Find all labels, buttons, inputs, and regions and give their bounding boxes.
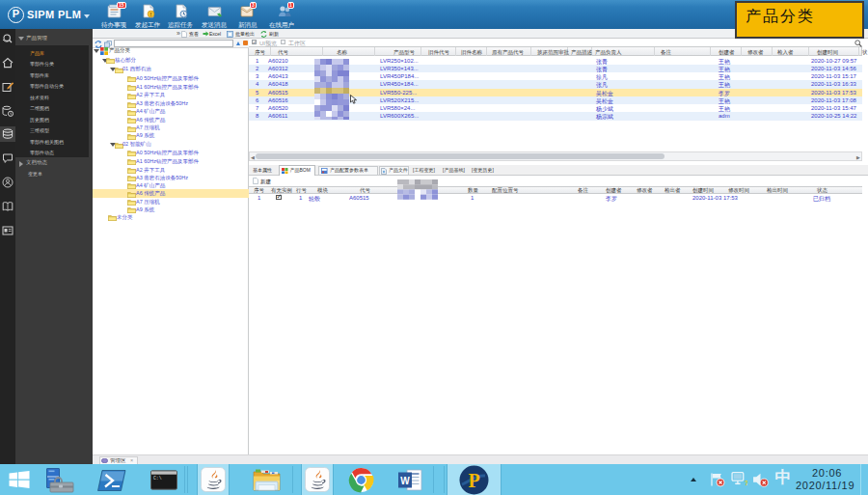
svg-text:C:\: C:\	[153, 477, 162, 481]
svg-text:W: W	[400, 476, 410, 486]
svg-text:?: ?	[745, 479, 747, 487]
svg-text:!: !	[150, 12, 152, 17]
svg-text:P: P	[468, 470, 479, 491]
